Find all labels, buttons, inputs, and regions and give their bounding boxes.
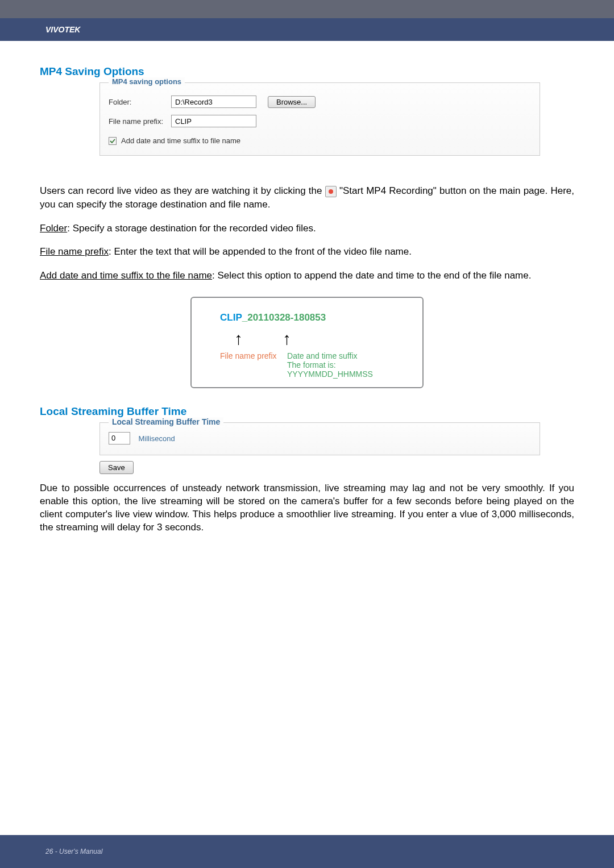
prefix-row: File name prefix: [109,115,531,127]
illus-label-prefix: File name prefix [220,351,287,379]
folder-input[interactable] [171,95,256,108]
suffix-term: Add date and time suffix to the file nam… [40,270,212,281]
record-dot-icon [329,189,333,194]
para2b: : Specify a storage destination for the … [67,223,316,234]
save-button[interactable]: Save [99,461,134,474]
prefix-label: File name prefix: [109,117,171,126]
para3b: : Enter the text that will be appended t… [109,246,412,257]
arrow-up-icon: ↑ [234,329,243,348]
clip-example: CLIP_20110328-180853 [220,312,411,323]
para4b: : Select this option to append the date … [212,270,531,281]
clip-prefix-text: CLIP [220,312,242,323]
clip-suffix-text: _20110328-180853 [242,312,326,323]
paragraph-4: Add date and time suffix to the file nam… [40,269,574,283]
footer-bar: 26 - User's Manual [0,835,614,868]
brand-text: VIVOTEK [45,25,80,34]
folder-row: Folder: Browse... [109,95,531,108]
arrows-row: ↑ ↑ [234,329,411,348]
folder-label: Folder: [109,98,171,106]
mp4-section-title: MP4 Saving Options [40,65,574,78]
browse-button[interactable]: Browse... [268,96,316,108]
suffix-checkbox-row: Add date and time suffix to file name [109,136,531,145]
check-icon [110,138,115,144]
buffer-unit-label: Millisecond [138,434,175,442]
para1a: Users can record live video as they are … [40,185,325,196]
paragraph-2: Folder: Specify a storage destination fo… [40,222,574,235]
mp4-fieldset-legend: MP4 saving options [109,77,185,86]
buffer-legend: Local Streaming Buffer Time [109,417,223,426]
arrow-up-icon: ↑ [283,329,291,348]
top-bar [0,0,614,18]
suffix-checkbox-label: Add date and time suffix to file name [121,136,240,145]
buffer-input[interactable] [109,432,130,445]
buffer-section-title: Local Streaming Buffer Time [40,405,574,418]
filename-illustration: CLIP_20110328-180853 ↑ ↑ File name prefi… [190,297,424,388]
content-area: MP4 Saving Options MP4 saving options Fo… [40,65,574,534]
suffix-checkbox[interactable] [109,137,117,145]
illus-label-suffix-line1: Date and time suffix [287,351,411,360]
header-bar: VIVOTEK [0,18,614,41]
folder-term: Folder [40,223,67,234]
paragraph-1: Users can record live video as they are … [40,184,574,211]
footer-text: 26 - User's Manual [45,848,102,855]
buffer-fieldset: Local Streaming Buffer Time Millisecond [99,422,540,455]
illus-label-suffix: Date and time suffix The format is: YYYY… [287,351,411,379]
prefix-term: File name prefix [40,246,109,257]
paragraph-3: File name prefix: Enter the text that wi… [40,245,574,259]
mp4-options-fieldset: MP4 saving options Folder: Browse... Fil… [99,82,540,156]
save-row: Save [99,461,574,474]
illustration-labels: File name prefix Date and time suffix Th… [220,351,411,379]
record-icon [325,186,337,197]
paragraph-5: Due to possible occurrences of unsteady … [40,482,574,534]
illus-label-suffix-line2: The format is: YYYYMMDD_HHMMSS [287,360,411,379]
prefix-input[interactable] [171,115,256,127]
